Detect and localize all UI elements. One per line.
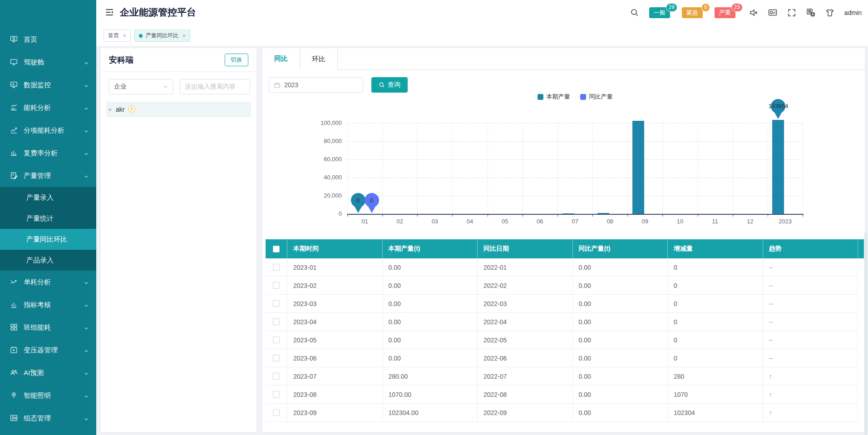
x-axis-label: 04 xyxy=(452,218,487,225)
username[interactable]: admin xyxy=(844,9,862,16)
table-row: 2023-07280.002022-070.00280↑ xyxy=(266,367,858,386)
column-header-同比产量(t): 同比产量(t) xyxy=(573,239,668,258)
sidebar-item-能耗分析[interactable]: 能耗分析 xyxy=(0,96,96,119)
sidebar-item-复费率分析[interactable]: 复费率分析 xyxy=(0,142,96,164)
language-icon[interactable] xyxy=(806,8,815,17)
sidebar-item-单耗分析[interactable]: 单耗分析 xyxy=(0,271,96,293)
cell-value: 2022-03 xyxy=(483,300,507,307)
cell-value: 2023-06 xyxy=(293,355,316,362)
trend-up-icon: ↑ xyxy=(769,391,773,398)
close-icon[interactable]: × xyxy=(123,33,126,39)
row-checkbox[interactable] xyxy=(273,391,280,398)
legend-item-本期产量[interactable]: 本期产量 xyxy=(538,93,570,101)
sidebar-item-驾驶舱[interactable]: 驾驶舱 xyxy=(0,51,96,74)
tree-node-akr[interactable]: ▶akr xyxy=(106,102,251,117)
column-header-label: 本期时间 xyxy=(293,245,319,253)
table-cell: 0.00 xyxy=(573,331,668,349)
collapse-menu-icon[interactable] xyxy=(104,7,114,17)
legend-item-同比产量[interactable]: 同比产量 xyxy=(580,93,613,101)
x-axis-label: 08 xyxy=(592,218,627,225)
open-tab-首页[interactable]: 首页× xyxy=(104,30,131,42)
fullscreen-icon[interactable] xyxy=(787,8,796,17)
sidebar-item-首页[interactable]: 首页 xyxy=(0,28,96,51)
sidebar-item-分项能耗分析[interactable]: 分项能耗分析 xyxy=(0,119,96,142)
cell-value: 0.00 xyxy=(579,264,591,271)
trend-cell: ↑ xyxy=(763,386,858,403)
close-icon[interactable]: × xyxy=(182,33,186,39)
v-gridline xyxy=(768,123,768,214)
cell-value: 0 xyxy=(674,336,677,344)
table-cell: 0 xyxy=(668,313,763,331)
column-header-label: 本期产量(t) xyxy=(389,245,420,253)
table-cell: 0 xyxy=(668,258,763,276)
type-select[interactable]: 企业 xyxy=(109,79,173,94)
sidebar-item-智能照明[interactable]: 智能照明 xyxy=(0,384,96,407)
sidebar-item-指标考核[interactable]: 指标考核 xyxy=(0,293,96,316)
cell-value: 280.00 xyxy=(389,373,408,380)
bar-本期产量-09 xyxy=(632,121,644,214)
alarm-badge-一般[interactable]: 一般29 xyxy=(649,7,670,18)
table-cell: 2023-04 xyxy=(287,313,383,331)
tab-环比[interactable]: 环比 xyxy=(300,48,338,70)
x-axis-label: 09 xyxy=(627,218,662,225)
markpoint-pin: 103654 xyxy=(771,99,785,120)
select-all-checkbox[interactable] xyxy=(273,246,280,252)
search-icon xyxy=(379,82,385,88)
row-checkbox-cell xyxy=(266,349,287,367)
trend-cell: -- xyxy=(763,349,858,367)
table-cell: 2023-06 xyxy=(287,349,383,367)
table-row: 2023-010.002022-010.000-- xyxy=(266,258,858,277)
sidebar-item-组态管理[interactable]: 组态管理 xyxy=(0,407,96,430)
sidebar-subitem-产量录入[interactable]: 产量录入 xyxy=(0,187,96,208)
sidebar-subitem-产量统计[interactable]: 产量统计 xyxy=(0,208,96,229)
row-checkbox[interactable] xyxy=(273,409,280,416)
sidebar-item-变压器管理[interactable]: 变压器管理 xyxy=(0,339,96,361)
row-checkbox[interactable] xyxy=(273,355,280,361)
row-checkbox[interactable] xyxy=(273,336,280,343)
sidebar-item-班组能耗[interactable]: 班组能耗 xyxy=(0,316,96,339)
table-cell: 2022-04 xyxy=(478,313,573,331)
alarm-badge-严重[interactable]: 严重23 xyxy=(715,7,735,18)
open-tab-label: 首页 xyxy=(108,32,119,40)
trend-cell: -- xyxy=(763,295,858,312)
sidebar-item-label: 变压器管理 xyxy=(24,346,84,355)
row-checkbox[interactable] xyxy=(273,264,280,271)
row-checkbox[interactable] xyxy=(273,318,280,325)
caret-right-icon[interactable]: ▶ xyxy=(109,107,112,112)
y-axis-label: 100,000 xyxy=(306,119,342,126)
sidebar-subitem-产量同比环比[interactable]: 产量同比环比 xyxy=(0,229,96,250)
alarm-badge-count: 29 xyxy=(666,3,677,12)
chevron-down-icon xyxy=(84,302,89,307)
alarm-badge-紧急[interactable]: 紧急0 xyxy=(682,7,703,18)
open-tab-产量同比环比[interactable]: 产量同比环比× xyxy=(134,30,190,42)
sidebar-item-数据监控[interactable]: 数据监控 xyxy=(0,74,96,96)
row-checkbox[interactable] xyxy=(273,373,280,380)
mute-icon[interactable] xyxy=(749,8,758,17)
row-checkbox[interactable] xyxy=(273,282,280,289)
big-screen-icon[interactable] xyxy=(768,8,777,17)
search-icon[interactable] xyxy=(630,8,639,17)
vertical-scrollbar[interactable] xyxy=(864,232,867,435)
topbar-actions: 一般29紧急0严重23 admin xyxy=(630,0,862,25)
y-axis-label: 60,000 xyxy=(306,156,342,163)
tree-search-input[interactable]: 这边输入搜索内容 xyxy=(180,79,250,94)
switch-button[interactable]: 切换 xyxy=(225,54,248,66)
theme-icon[interactable] xyxy=(825,8,834,17)
sidebar-item-产量管理[interactable]: 产量管理 xyxy=(0,164,96,187)
sidebar-item-AI预测[interactable]: AI预测 xyxy=(0,361,96,384)
tab-同比[interactable]: 同比 xyxy=(262,48,300,70)
row-checkbox[interactable] xyxy=(273,300,280,307)
sidebar-subitem-产品录入[interactable]: 产品录入 xyxy=(0,250,96,271)
row-checkbox-cell xyxy=(266,277,287,294)
trend-cell: ↑ xyxy=(763,404,858,421)
x-axis-label: 12 xyxy=(733,218,768,225)
home-icon xyxy=(10,35,18,44)
sidebar-item-label: 分项能耗分析 xyxy=(24,126,84,135)
page-title: 企业能源管控平台 xyxy=(120,6,196,19)
lightning-icon xyxy=(128,105,135,114)
table-header-row: 本期时间本期产量(t)同比日期同比产量(t)增减量趋势 xyxy=(266,239,858,258)
chevron-down-icon xyxy=(163,84,168,89)
alarm-badge-count: 23 xyxy=(731,3,743,12)
cell-value: 0.00 xyxy=(579,373,591,380)
x-axis-line xyxy=(347,214,804,215)
